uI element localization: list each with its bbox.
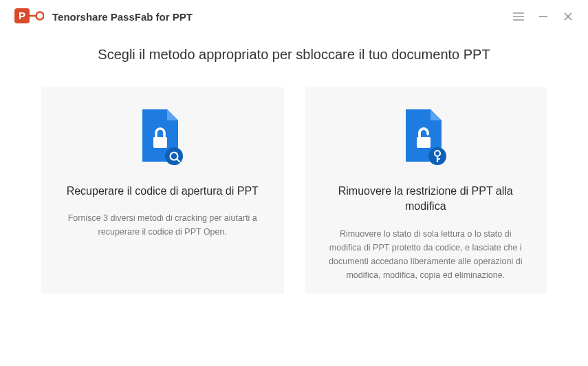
svg-point-11	[165, 147, 183, 165]
cards-container: Recuperare il codice di apertura di PPT …	[41, 87, 547, 294]
titlebar-controls	[512, 10, 574, 23]
close-icon[interactable]	[562, 10, 574, 23]
minimize-icon[interactable]	[537, 10, 549, 23]
card-description: Fornisce 3 diversi metodi di cracking pe…	[58, 211, 268, 239]
app-title: Tenorshare PassFab for PPT	[52, 11, 193, 23]
svg-text:P: P	[19, 10, 25, 21]
page-heading: Scegli il metodo appropriato per sblocca…	[41, 47, 547, 63]
svg-rect-14	[417, 137, 431, 148]
unlocked-document-icon	[321, 107, 531, 169]
svg-rect-10	[153, 137, 167, 148]
svg-point-2	[36, 12, 44, 20]
card-title: Rimuovere la restrizione di PPT alla mod…	[321, 184, 531, 215]
titlebar-left: P Tenorshare PassFab for PPT	[14, 6, 193, 27]
card-recover-password[interactable]: Recuperare il codice di apertura di PPT …	[41, 87, 284, 294]
main-content: Scegli il metodo appropriato per sblocca…	[0, 33, 588, 294]
card-title: Recuperare il codice di apertura di PPT	[58, 184, 268, 199]
menu-icon[interactable]	[512, 10, 525, 23]
titlebar: P Tenorshare PassFab for PPT	[0, 0, 588, 33]
card-remove-restriction[interactable]: Rimuovere la restrizione di PPT alla mod…	[305, 87, 547, 294]
locked-document-icon	[58, 107, 268, 169]
app-logo-icon: P	[14, 6, 44, 27]
card-description: Rimuovere lo stato di sola lettura o lo …	[321, 227, 531, 282]
